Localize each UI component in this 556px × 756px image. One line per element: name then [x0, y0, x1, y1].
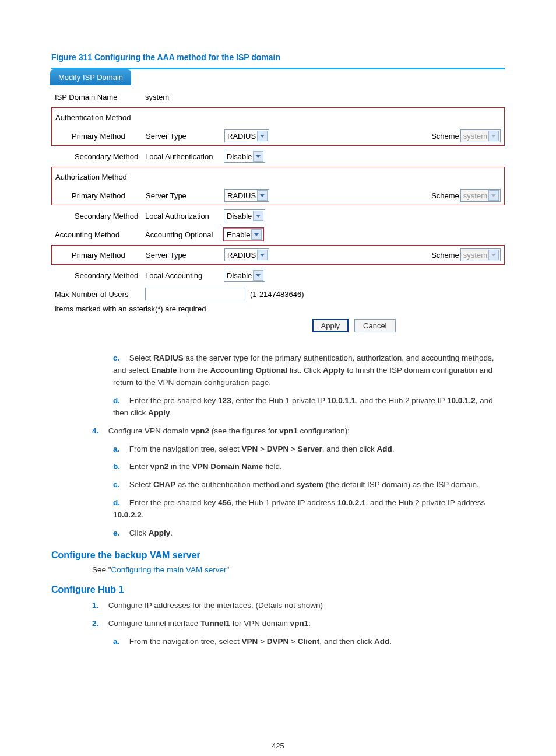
isp-domain-panel: Modify ISP Domain ISP Domain Name system…: [51, 68, 505, 336]
apply-button[interactable]: Apply: [312, 319, 349, 332]
chevron-down-icon: [253, 270, 263, 281]
figure-caption: Figure 311 Configuring the AAA method fo…: [51, 52, 505, 62]
chevron-down-icon: [257, 250, 268, 260]
select-auth-scheme[interactable]: system: [460, 130, 501, 142]
link-main-vam[interactable]: Configuring the main VAM server: [111, 565, 227, 574]
chevron-down-icon: [253, 211, 263, 221]
label-primary-method: Primary Method: [55, 251, 146, 260]
step-4e: e. Click Apply.: [113, 527, 505, 540]
label-secondary-method: Secondary Method: [55, 271, 145, 280]
svg-marker-5: [256, 215, 261, 218]
label-local-auth: Local Authentication: [145, 152, 224, 161]
label-authz-method: Authorization Method: [55, 173, 127, 181]
label-secondary-method: Secondary Method: [55, 152, 145, 161]
svg-marker-0: [260, 135, 265, 138]
label-max-users: Max Number of Users: [55, 290, 145, 299]
value-isp-domain: system: [145, 93, 169, 102]
label-acct-optional: Accounting Optional: [145, 230, 224, 239]
select-authz-server-type[interactable]: RADIUS: [224, 189, 269, 202]
select-acct-scheme[interactable]: system: [460, 249, 501, 261]
select-acct-server-type[interactable]: RADIUS: [224, 249, 269, 261]
label-acct-method: Accounting Method: [55, 230, 145, 239]
heading-hub1: Configure Hub 1: [51, 584, 505, 595]
select-local-acct[interactable]: Disable: [224, 269, 265, 282]
chevron-down-icon: [488, 250, 499, 260]
svg-marker-2: [256, 155, 261, 158]
label-server-type: Server Type: [146, 251, 224, 260]
page-number: 425: [51, 741, 505, 750]
heading-backup-vam: Configure the backup VAM server: [51, 550, 505, 561]
label-auth-method: Authentication Method: [55, 113, 131, 122]
cancel-button[interactable]: Cancel: [354, 319, 395, 332]
svg-marker-7: [260, 254, 265, 257]
chevron-down-icon: [257, 190, 268, 201]
input-max-users[interactable]: [145, 288, 245, 300]
step-4: 4. Configure VPN domain vpn2 (see the fi…: [92, 425, 505, 438]
select-acct-optional[interactable]: Enable: [224, 228, 263, 241]
required-note: Items marked with an asterisk(*) are req…: [51, 303, 505, 314]
label-primary-method: Primary Method: [55, 191, 146, 200]
select-local-authz[interactable]: Disable: [224, 209, 265, 222]
hint-max-users: (1-2147483646): [245, 290, 304, 299]
step-4d: d. Enter the pre-shared key 456, the Hub…: [113, 497, 505, 522]
label-local-authz: Local Authorization: [145, 212, 224, 220]
see-reference: See "Configuring the main VAM server": [92, 565, 505, 574]
step-4c: c. Select CHAP as the authentication met…: [113, 479, 505, 491]
svg-marker-1: [491, 135, 496, 138]
chevron-down-icon: [488, 190, 499, 201]
svg-marker-9: [256, 274, 261, 277]
label-local-acct: Local Accounting: [145, 271, 224, 280]
select-authz-scheme[interactable]: system: [460, 189, 501, 202]
svg-marker-6: [254, 233, 259, 236]
label-isp-domain: ISP Domain Name: [55, 93, 145, 102]
step-4b: b. Enter vpn2 in the VPN Domain Name fie…: [113, 461, 505, 473]
step-4a: a. From the navigation tree, select VPN …: [113, 443, 505, 456]
label-server-type: Server Type: [146, 132, 224, 141]
svg-marker-3: [260, 194, 265, 197]
svg-marker-8: [491, 254, 496, 257]
svg-marker-4: [491, 194, 496, 197]
label-scheme: Scheme: [431, 191, 459, 200]
label-server-type: Server Type: [146, 191, 224, 200]
select-auth-server-type[interactable]: RADIUS: [224, 130, 269, 142]
label-scheme: Scheme: [431, 132, 459, 141]
chevron-down-icon: [257, 131, 268, 141]
step-d: d. Enter the pre-shared key 123, enter t…: [113, 395, 505, 419]
label-primary-method: Primary Method: [55, 132, 146, 141]
label-secondary-method: Secondary Method: [55, 212, 145, 220]
hub1-step-2: 2. Configure tunnel interface Tunnel1 fo…: [92, 618, 505, 630]
chevron-down-icon: [253, 151, 263, 162]
hub1-step-1: 1. Configure IP addresses for the interf…: [92, 600, 505, 612]
hub1-step-2a: a. From the navigation tree, select VPN …: [113, 636, 505, 648]
step-c: c. Select RADIUS as the server type for …: [113, 352, 505, 389]
chevron-down-icon: [488, 131, 499, 141]
label-scheme: Scheme: [431, 251, 459, 260]
panel-tab[interactable]: Modify ISP Domain: [50, 69, 131, 85]
chevron-down-icon: [251, 229, 262, 240]
select-local-auth[interactable]: Disable: [224, 150, 265, 163]
